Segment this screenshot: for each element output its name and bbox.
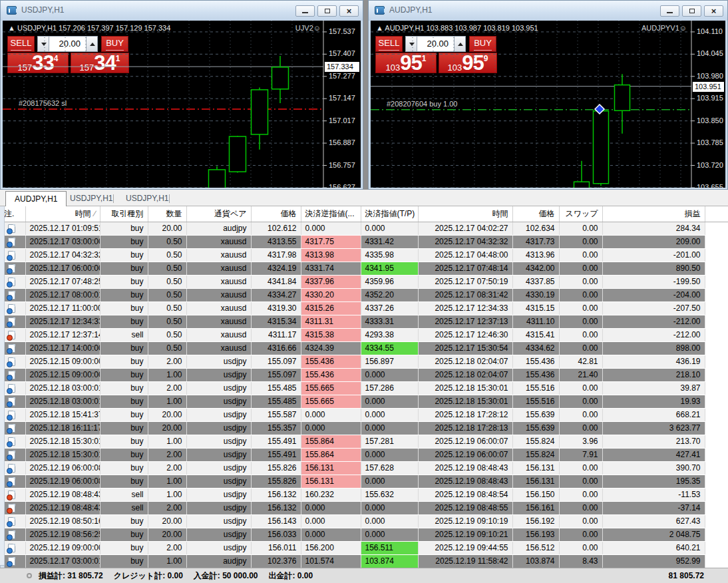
order-buy-icon — [8, 477, 15, 486]
column-header[interactable]: 価格 — [512, 206, 559, 222]
order-buy-icon — [8, 437, 15, 446]
order-buy-icon — [8, 451, 15, 459]
order-buy-icon — [8, 251, 15, 260]
chart-area-usdjpy[interactable]: ▲ USDJPY,H1 157.206 157.397 157.129 157.… — [3, 21, 361, 188]
history-row[interactable]: 2025.12.18 15:30:01buy1.00usdjpy155.4911… — [0, 435, 728, 448]
column-header[interactable]: 数量 — [148, 206, 186, 222]
history-row[interactable]: 2025.12.17 01:09:51buy20.00audjpy102.612… — [0, 222, 728, 235]
order-buy-icon — [8, 371, 15, 379]
price-axis-label: 156.627 — [329, 183, 355, 188]
total-profit: 81 805.72 — [669, 568, 704, 583]
price-axis-label: 104.110 — [697, 27, 723, 35]
order-buy-icon — [8, 517, 15, 526]
candle — [615, 85, 630, 111]
order-line-label: #208207604 buy 1.00 — [387, 100, 457, 108]
history-row[interactable]: 2025.12.18 03:00:01buy1.00usdjpy155.4851… — [0, 395, 728, 408]
column-header[interactable]: 時間∕ — [25, 206, 100, 222]
history-row[interactable]: 2025.12.17 03:00:00buy0.50xauusd4313.554… — [0, 235, 728, 248]
tab-divider — [169, 194, 170, 203]
price-axis-label: 156.887 — [329, 138, 355, 146]
history-row[interactable]: 2025.12.19 08:48:43sell1.00usdjpy156.132… — [0, 488, 728, 501]
current-price-box: 157.334 — [325, 62, 359, 72]
chart-icon — [7, 6, 17, 15]
restore-button[interactable] — [317, 5, 337, 17]
order-buy-icon — [8, 291, 15, 299]
minimize-button[interactable] — [660, 5, 679, 17]
history-row[interactable]: 2025.12.17 03:00:01buy1.00audjpy102.3761… — [0, 554, 728, 568]
history-row[interactable]: 2025.12.19 09:00:00buy2.00usdjpy156.0111… — [0, 541, 728, 554]
table-header[interactable]: 注.時間∕取引種別数量通貨ペア価格決済逆指値(...決済指値(T/P)時間価格ス… — [0, 206, 728, 222]
tab-divider — [113, 194, 114, 203]
restore-button[interactable] — [682, 5, 701, 17]
history-row[interactable]: 2025.12.17 12:34:33buy0.50xauusd4315.344… — [0, 315, 728, 328]
order-buy-icon — [8, 238, 15, 246]
history-row[interactable]: 2025.12.17 08:00:01buy0.50xauusd4334.274… — [0, 288, 728, 301]
price-axis-label: 157.537 — [329, 27, 355, 35]
order-buy-icon — [8, 357, 15, 366]
history-row[interactable]: 2025.12.17 04:32:32buy0.50xauusd4317.984… — [0, 248, 728, 262]
order-buy-icon — [8, 344, 15, 353]
price-axis-label: 103.785 — [697, 138, 723, 146]
candle — [574, 182, 590, 188]
column-header[interactable]: 通貨ペア — [186, 206, 251, 222]
table-scrollbar[interactable] — [0, 206, 5, 583]
history-row[interactable]: 2025.12.15 09:00:00buy2.00usdjpy155.0971… — [0, 355, 728, 368]
price-axis-label: 157.407 — [329, 49, 355, 57]
price-axis-label: 103.980 — [697, 72, 723, 80]
minimize-button[interactable] — [295, 5, 315, 17]
history-row[interactable]: 2025.12.18 16:11:17buy20.00usdjpy155.357… — [0, 421, 728, 435]
close-button[interactable]: × — [339, 5, 359, 17]
order-sell-icon — [8, 331, 15, 339]
column-header[interactable]: 損益 — [602, 206, 705, 222]
column-header[interactable]: 時間 — [418, 206, 512, 222]
history-row[interactable]: 2025.12.19 08:48:43sell2.00usdjpy156.132… — [0, 501, 728, 514]
history-row[interactable]: 2025.12.19 08:50:16buy20.00usdjpy156.143… — [0, 514, 728, 528]
history-tab-bar: AUDJPY,H1 USDJPY,H1 USDJPY,H1 — [0, 190, 728, 206]
order-buy-icon — [8, 224, 15, 233]
tab-usdjpy-h1[interactable]: USDJPY,H1 — [61, 191, 121, 206]
status-bar: 損益計: 31 805.72クレジット計: 0.00入金計: 50 000.00… — [0, 568, 728, 583]
chart-area-audjpy[interactable]: ▲ AUDJPY,H1 103.883 103.987 103.819 103.… — [371, 21, 725, 188]
price-axis-label: 103.915 — [697, 94, 723, 102]
tab-audjpy-h1[interactable]: AUDJPY,H1 — [5, 191, 67, 206]
order-buy-icon — [8, 424, 15, 433]
tab-usdjpy-h1-2[interactable]: USDJPY,H1 — [117, 191, 177, 206]
order-buy-icon — [8, 304, 15, 313]
column-header[interactable]: 決済逆指値(... — [301, 206, 361, 222]
history-row[interactable]: 2025.12.17 12:37:14sell0.50xauusd4311.17… — [0, 328, 728, 341]
history-row[interactable]: 2025.12.17 14:00:00buy0.50xauusd4316.664… — [0, 341, 728, 355]
column-header[interactable]: 取引種別 — [100, 206, 148, 222]
history-row[interactable]: 2025.12.18 03:00:01buy2.00usdjpy155.4851… — [0, 381, 728, 395]
history-row[interactable]: 2025.12.17 07:48:25buy0.50xauusd4341.844… — [0, 275, 728, 288]
window-titlebar[interactable]: AUDJPY,H1 × — [369, 1, 727, 21]
order-buy-icon — [8, 411, 15, 419]
price-axis-label: 157.147 — [329, 94, 355, 102]
history-row[interactable]: 2025.12.17 11:00:00buy0.50xauusd4319.304… — [0, 301, 728, 315]
order-buy-icon — [8, 530, 15, 539]
account-totals: 損益計: 31 805.72クレジット計: 0.00入金計: 50 000.00… — [39, 568, 323, 583]
history-row[interactable]: 2025.12.19 08:56:25buy20.00usdjpy156.033… — [0, 528, 728, 541]
history-row[interactable]: 2025.12.18 15:41:37buy20.00usdjpy155.587… — [0, 408, 728, 421]
price-axis-label: 103.655 — [697, 183, 723, 188]
order-sell-icon — [8, 490, 15, 499]
order-buy-icon — [8, 264, 15, 273]
close-button[interactable]: × — [704, 5, 723, 17]
order-line-label: #208175632 sl — [19, 99, 67, 107]
window-title: USDJPY,H1 — [21, 1, 64, 20]
order-sell-icon — [8, 504, 15, 512]
candle — [209, 170, 226, 188]
chart-icon — [375, 6, 385, 15]
column-header[interactable]: 決済指値(T/P) — [361, 206, 418, 222]
column-header[interactable]: スワップ — [559, 206, 602, 222]
window-titlebar[interactable]: USDJPY,H1 × — [1, 1, 363, 21]
order-buy-icon — [8, 317, 15, 326]
column-header[interactable]: 価格 — [251, 206, 301, 222]
price-axis-label: 103.850 — [697, 116, 723, 124]
history-row[interactable]: 2025.12.17 06:00:00buy0.50xauusd4324.194… — [0, 262, 728, 275]
history-row[interactable]: 2025.12.18 15:30:01buy2.00usdjpy155.4911… — [0, 448, 728, 461]
history-row[interactable]: 2025.12.15 09:00:00buy1.00usdjpy155.0971… — [0, 368, 728, 381]
price-axis-label: 104.045 — [697, 49, 723, 57]
history-row[interactable]: 2025.12.19 06:00:08buy1.00usdjpy155.8261… — [0, 475, 728, 488]
order-buy-icon — [8, 557, 15, 566]
history-row[interactable]: 2025.12.19 06:00:08buy2.00usdjpy155.8261… — [0, 461, 728, 475]
